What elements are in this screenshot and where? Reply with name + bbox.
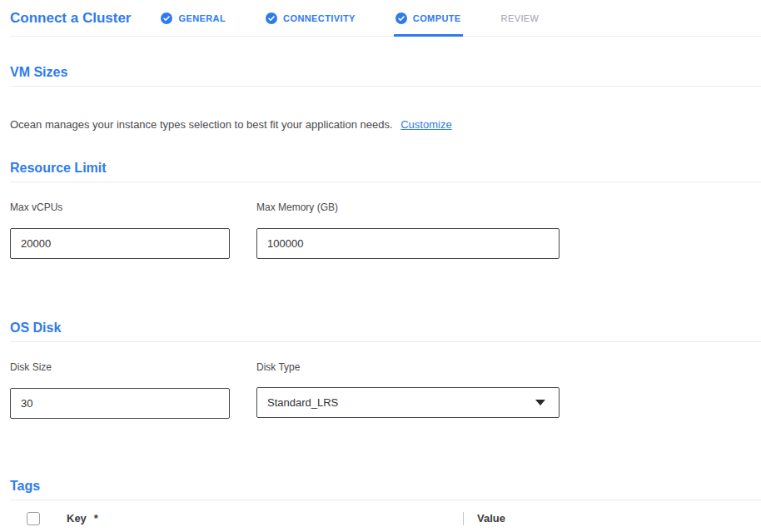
required-asterisk: * [94,512,98,525]
tags-value-column-header: Value [477,512,505,525]
tab-review[interactable]: REVIEW [501,0,540,36]
max-vcpus-label: Max vCPUs [10,201,230,213]
resource-limit-heading: Resource Limit [10,161,761,182]
resource-limit-fields: Max vCPUs Max Memory (GB) [10,201,761,259]
os-disk-fields: Disk Size Disk Type Standard_LRS [10,361,761,419]
connect-cluster-page: Connect a Cluster GENERAL CONNECTIVITY C… [0,0,761,532]
caret-down-icon [535,400,545,405]
os-disk-heading: OS Disk [10,321,761,342]
tab-label: CONNECTIVITY [283,13,356,23]
disk-type-label: Disk Type [256,361,560,373]
tab-general[interactable]: GENERAL [161,0,226,36]
check-circle-icon [266,12,277,24]
disk-type-select[interactable]: Standard_LRS [256,387,560,418]
check-circle-icon [161,12,172,24]
disk-size-label: Disk Size [10,361,230,373]
disk-size-input[interactable] [10,388,230,419]
tags-key-column-header: Key * [67,512,463,525]
select-all-checkbox[interactable] [27,512,40,525]
customize-link[interactable]: Customize [400,118,451,131]
wizard-tabs: GENERAL CONNECTIVITY COMPUTE REVIEW [161,0,539,36]
disk-type-field-group: Disk Type Standard_LRS [256,361,560,419]
tab-compute[interactable]: COMPUTE [395,0,461,36]
max-vcpus-input[interactable] [10,228,230,259]
max-vcpus-field-group: Max vCPUs [10,201,230,259]
vm-sizes-heading: VM Sizes [10,65,761,87]
key-column-label: Key [67,512,87,525]
max-memory-label: Max Memory (GB) [256,201,560,213]
tab-connectivity[interactable]: CONNECTIVITY [266,0,356,36]
tags-heading: Tags [10,479,761,500]
check-circle-icon [395,12,407,24]
tab-label: REVIEW [501,13,540,23]
page-title: Connect a Cluster [10,10,131,27]
wizard-header: Connect a Cluster GENERAL CONNECTIVITY C… [10,0,761,37]
max-memory-input[interactable] [256,228,560,259]
tab-label: GENERAL [178,13,226,23]
disk-size-field-group: Disk Size [10,361,230,419]
vm-sizes-description-row: Ocean manages your instance types select… [10,118,761,131]
column-divider [463,512,464,525]
max-memory-field-group: Max Memory (GB) [256,201,560,259]
tags-table-header: Key * Value [10,500,761,532]
tab-label: COMPUTE [413,13,461,23]
vm-sizes-description: Ocean manages your instance types select… [10,118,393,131]
disk-type-selected-value: Standard_LRS [267,396,338,409]
